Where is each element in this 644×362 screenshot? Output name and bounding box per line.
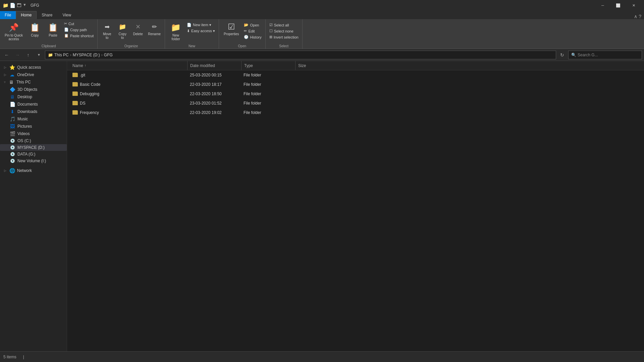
sidebar-item-onedrive[interactable]: ▷ ☁ OneDrive [0, 71, 67, 78]
search-box[interactable]: 🔍 Search G... [568, 51, 642, 59]
cut-label: Cut [68, 22, 74, 26]
sidebar-item-osc[interactable]: 💿 OS (C:) [0, 137, 67, 144]
file-name-cell: DS [70, 101, 187, 106]
col-header-type[interactable]: Type [241, 61, 295, 70]
edit-button[interactable]: ✏ Edit [242, 28, 263, 34]
close-button[interactable]: ✕ [626, 0, 641, 11]
tab-share[interactable]: Share [37, 11, 57, 19]
new-small-group: 📄 New item ▾ ⬇ Easy access ▾ [185, 21, 217, 34]
path-segment-myspace[interactable]: MYSPACE (D:) [73, 53, 100, 57]
pin-to-quick-access-button[interactable]: 📌 Pin to Quickaccess [2, 21, 25, 42]
expand-arrow-thispc: ▿ [4, 80, 6, 84]
back-button[interactable]: ← [2, 50, 11, 60]
videos-label: Videos [17, 131, 30, 136]
expand-arrow-icon: ▷ [4, 66, 6, 69]
sidebar-item-videos[interactable]: 🎬 Videos [0, 130, 67, 137]
col-header-date[interactable]: Date modified [187, 61, 241, 70]
help-icon[interactable]: ? [639, 14, 641, 19]
path-segment-thispc[interactable]: This PC [54, 53, 69, 57]
new-item-button[interactable]: 📄 New item ▾ [185, 22, 217, 28]
select-all-button[interactable]: ☑ Select all [268, 22, 300, 28]
main-area: ▷ ⭐ Quick access ▷ ☁ OneDrive ▿ 🖥 This P… [0, 61, 644, 351]
new-group-label: New [189, 44, 195, 48]
copy-to-button[interactable]: 📁 Copyto [115, 21, 130, 41]
folder-icon-title: 📁 [3, 3, 8, 8]
tab-home[interactable]: Home [16, 11, 37, 19]
up-button[interactable]: ↑ [23, 50, 33, 60]
datag-icon: 💿 [9, 152, 15, 157]
recent-locations-button[interactable]: ▼ [34, 50, 44, 60]
sidebar-item-desktop[interactable]: 🖥 Desktop [0, 93, 67, 101]
easy-access-button[interactable]: ⬇ Easy access ▾ [185, 28, 217, 34]
expand-ribbon-icon[interactable]: ∧ [634, 14, 637, 19]
sidebar-item-this-pc[interactable]: ▿ 🖥 This PC [0, 78, 67, 86]
chevron-down-icon[interactable]: ▼ [23, 3, 26, 8]
select-none-button[interactable]: ☐ Select none [268, 28, 300, 34]
sidebar-item-documents[interactable]: 📄 Documents [0, 101, 67, 108]
sidebar-item-downloads[interactable]: ⬇ Downloads [0, 108, 67, 115]
sidebar-item-network[interactable]: ▷ 🌐 Network [0, 167, 67, 174]
col-header-name[interactable]: Name ↑ [70, 61, 187, 70]
minimize-button[interactable]: ─ [595, 0, 610, 11]
sidebar: ▷ ⭐ Quick access ▷ ☁ OneDrive ▿ 🖥 This P… [0, 61, 67, 351]
history-button[interactable]: 🕐 History [242, 34, 263, 40]
path-segment-gfg[interactable]: GFG [104, 53, 113, 57]
file-date: 22-03-2020 19:02 [187, 110, 241, 115]
ribbon-group-select: ☑ Select all ☐ Select none ⊞ Invert sele… [266, 19, 303, 49]
sidebar-item-music[interactable]: 🎵 Music [0, 115, 67, 123]
open-button[interactable]: 📂 Open [242, 22, 263, 28]
table-row[interactable]: Debugging 22-03-2020 18:50 File folder [67, 89, 644, 99]
search-icon: 🔍 [571, 53, 576, 57]
new-folder-button[interactable]: 📁 Newfolder [167, 21, 184, 42]
table-row[interactable]: Basic Code 22-03-2020 18:17 File folder [67, 80, 644, 89]
table-row[interactable]: Frequency 22-03-2020 19:02 File folder [67, 108, 644, 117]
new-folder-label: Newfolder [172, 34, 180, 41]
forward-button[interactable]: → [13, 50, 22, 60]
table-row[interactable]: DS 23-03-2020 01:52 File folder [67, 99, 644, 108]
invert-selection-button[interactable]: ⊞ Invert selection [268, 34, 300, 40]
cut-button[interactable]: ✂ Cut [62, 21, 95, 26]
paste-shortcut-button[interactable]: 📋 Paste shortcut [62, 33, 95, 39]
paste-shortcut-label: Paste shortcut [70, 34, 94, 38]
cut-icon: ✂ [64, 21, 67, 26]
easy-access-label: Easy access ▾ [191, 29, 215, 33]
documents-icon: 📄 [9, 102, 15, 107]
file-type: File folder [241, 92, 294, 96]
tab-file[interactable]: File [0, 11, 16, 19]
sidebar-item-3dobjects[interactable]: 🔷 3D Objects [0, 86, 67, 93]
sidebar-item-myspaced[interactable]: 💿 MYSPACE (D:) [0, 144, 67, 151]
downloads-icon: ⬇ [9, 109, 15, 114]
sidebar-item-pictures[interactable]: 🖼 Pictures [0, 123, 67, 130]
path-folder-icon: 📁 [48, 53, 53, 57]
move-to-button[interactable]: ➡ Moveto [100, 21, 114, 41]
open-items: ☑ Properties 📂 Open ✏ Edit 🕐 History [221, 21, 263, 44]
copy-button[interactable]: 📋 Copy [26, 21, 44, 39]
open-small-group: 📂 Open ✏ Edit 🕐 History [242, 21, 263, 40]
ribbon-group-new: 📁 Newfolder 📄 New item ▾ ⬇ Easy access ▾… [165, 19, 219, 49]
properties-icon: ☑ [228, 22, 235, 32]
address-path[interactable]: 📁 This PC › MYSPACE (D:) › GFG [45, 51, 556, 59]
sidebar-item-quick-access[interactable]: ▷ ⭐ Quick access [0, 64, 67, 71]
file-date: 25-03-2020 00:15 [187, 73, 241, 77]
col-header-size[interactable]: Size [296, 61, 329, 70]
refresh-button[interactable]: ↻ [557, 50, 567, 60]
properties-button[interactable]: ☑ Properties [221, 21, 242, 37]
invert-icon: ⊞ [269, 35, 272, 39]
datag-label: DATA (G:) [17, 152, 36, 157]
sidebar-item-newvolume[interactable]: 💿 New Volume (I:) [0, 158, 67, 164]
delete-button[interactable]: ✕ Delete [130, 21, 145, 37]
maximize-button[interactable]: ⬜ [610, 0, 626, 11]
ribbon-group-organize: ➡ Moveto 📁 Copyto ✕ Delete ✏ Rename Orga… [98, 19, 165, 49]
copy-path-button[interactable]: 📄 Copy path [62, 27, 95, 33]
file-type: File folder [241, 101, 294, 106]
rename-button[interactable]: ✏ Rename [146, 21, 163, 37]
expand-arrow-network: ▷ [4, 169, 6, 172]
sidebar-item-datag[interactable]: 💿 DATA (G:) [0, 151, 67, 158]
select-none-label: Select none [274, 29, 293, 33]
paste-button[interactable]: 📋 Paste [44, 21, 62, 39]
path-sep-2: › [101, 53, 103, 57]
tab-view[interactable]: View [57, 11, 76, 19]
ribbon-group-clipboard: 📌 Pin to Quickaccess 📋 Copy 📋 Paste ✂ Cu… [0, 19, 98, 49]
table-row[interactable]: .git 25-03-2020 00:15 File folder [67, 70, 644, 80]
statusbar: 5 items | [0, 351, 644, 362]
